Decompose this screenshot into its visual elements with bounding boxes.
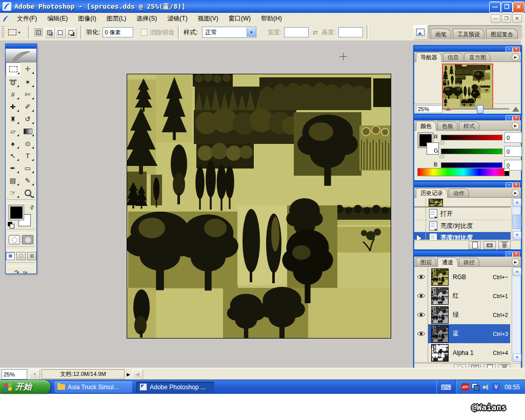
tab-layer-comps[interactable]: 图层复合 [486,29,518,39]
toolbox-title-bar[interactable] [6,44,36,49]
menu-edit[interactable]: 编辑(E) [42,13,73,24]
menu-image[interactable]: 图像(I) [73,13,101,24]
menu-file[interactable]: 文件(F) [12,13,42,24]
tab-tool-presets[interactable]: 工具预设 [453,29,484,39]
fullscreen-button[interactable]: ▥ [27,252,36,260]
tab-layers[interactable]: 图层 [416,258,436,266]
panel-menu-button[interactable]: ▶ [512,258,519,266]
status-clock-icon[interactable]: ◔ [29,369,39,380]
history-source-cell[interactable] [414,198,426,206]
visibility-cell[interactable] [414,286,428,305]
tool-brush[interactable]: ✐ [21,100,35,113]
tool-eraser[interactable]: ▱ [6,125,20,137]
tool-magic-wand[interactable]: ✶ [21,76,35,88]
navigator-zoom-input[interactable] [416,105,442,113]
tab-styles[interactable]: 样式 [459,121,479,130]
tab-info[interactable]: 信息 [443,53,463,61]
visibility-cell[interactable] [414,324,428,343]
width-input[interactable] [284,27,309,37]
tool-slice[interactable]: ✄ [21,88,35,100]
adobe-feather-logo[interactable] [6,49,36,62]
volume-tray-icon[interactable] [482,383,490,391]
tab-history[interactable]: 历史记录 [416,188,448,198]
selection-mode-add-button[interactable] [45,28,54,37]
history-step-brightness[interactable]: 亮度/对比度 [414,220,511,233]
panel-title-bar[interactable]: — ✕ [414,115,521,120]
tool-clone-stamp[interactable]: ♜ [6,113,20,125]
color-spectrum-ramp[interactable] [417,168,510,176]
tool-eyedropper[interactable]: ✎ [21,174,35,186]
snapshot-thumbnail[interactable] [429,199,443,206]
foreground-color-swatch[interactable] [9,205,24,220]
green-value-input[interactable] [504,146,522,157]
panel-menu-button[interactable]: ▶ [512,189,519,197]
tab-swatches[interactable]: 色板 [437,121,458,130]
selection-mode-subtract-button[interactable] [55,28,65,37]
menu-layer[interactable]: 图层(L) [102,13,132,24]
scroll-left-icon[interactable]: ◀ [132,369,143,380]
tab-actions[interactable]: 动作 [449,188,469,197]
doc-restore-button[interactable]: ❐ [501,14,511,23]
tool-notes[interactable]: ▤ [6,174,20,186]
tool-hand[interactable]: ☞ [6,186,20,199]
channels-scrollbar[interactable]: ▲ ▼ [512,267,521,362]
feather-input[interactable] [103,27,133,37]
scroll-down-icon[interactable]: ▼ [513,231,521,240]
menu-view[interactable]: 视图(V) [193,13,224,24]
tool-gradient[interactable] [21,125,35,137]
channel-thumbnail[interactable] [431,287,449,305]
display-settings-tray-icon[interactable] [472,383,479,391]
tool-crop[interactable]: # [6,88,20,100]
document-size-info[interactable]: 文档:12.0M/14.9M [42,369,125,379]
blue-slider[interactable] [441,162,502,168]
current-tool-button[interactable]: ▾ [4,26,25,39]
standard-mode-button[interactable] [9,235,20,244]
slider-handle[interactable] [439,140,445,144]
taskbar-item-asia-truck[interactable]: Asia Truck Simul... [54,382,132,393]
doc-close-button[interactable]: ✕ [512,14,522,23]
status-zoom-input[interactable] [2,369,27,380]
fullscreen-menubar-button[interactable]: ▢ [16,252,26,260]
jump-to-imageready-icon[interactable]: ↷ [14,269,19,276]
red-slider[interactable] [441,135,502,140]
channel-thumbnail[interactable] [431,306,449,324]
tool-path-selection[interactable]: ↖ [6,150,20,162]
slider-handle[interactable] [477,105,483,114]
tool-blur[interactable]: ♠ [6,137,20,150]
tool-pen[interactable]: ✒ [6,162,20,174]
tool-rectangular-marquee[interactable] [6,62,21,76]
tab-brushes[interactable]: 画笔 [431,29,451,39]
style-select[interactable]: 正常 ▾ [202,27,256,38]
spectrum-bw-end[interactable] [504,168,510,176]
history-scrollbar[interactable]: ▲ ▼ [512,198,521,240]
swap-colors-icon[interactable]: ⇄ [28,204,35,211]
scroll-up-icon[interactable]: ▲ [513,267,521,276]
navigator-zoom-slider[interactable] [454,108,509,110]
tool-lasso[interactable]: ➰ [6,76,20,88]
menu-select[interactable]: 选择(S) [131,13,162,24]
ati-tray-icon[interactable]: ATI [461,383,469,391]
height-input[interactable] [338,27,363,37]
delete-state-button[interactable] [498,241,511,249]
selection-mode-intersect-button[interactable] [66,28,76,37]
panel-menu-button[interactable]: ▶ [512,53,519,61]
scroll-down-icon[interactable]: ▼ [513,353,521,362]
panel-menu-button[interactable]: ▶ [512,122,519,130]
channel-thumbnail[interactable] [431,268,449,286]
default-colors-icon[interactable] [8,222,13,227]
tool-history-brush[interactable]: ↺ [21,113,35,125]
history-source-cell[interactable] [414,220,426,232]
history-step-open[interactable]: 打开 [414,207,511,220]
standard-screen-button[interactable]: ▣ [6,252,15,260]
tool-zoom[interactable] [21,186,35,199]
tab-navigator[interactable]: 导航器 [416,52,442,62]
channel-row-blue[interactable]: 蓝 Ctrl+3 [414,324,510,344]
channel-row-green[interactable]: 绿 Ctrl+2 [414,305,510,325]
channel-row-red[interactable]: 红 Ctrl+1 [414,286,510,306]
new-document-from-state-button[interactable] [469,241,481,249]
menu-help[interactable]: 帮助(H) [256,13,287,24]
red-value-input[interactable] [504,132,522,143]
chevron-down-icon[interactable]: ▾ [247,28,256,37]
file-browser-button[interactable] [413,25,428,39]
tool-type[interactable]: T [21,150,35,162]
